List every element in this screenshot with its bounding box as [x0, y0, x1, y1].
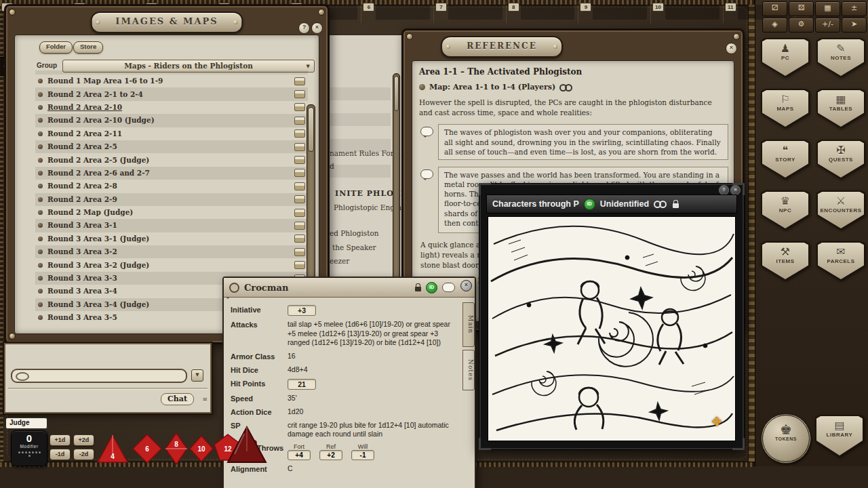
image-link[interactable]: Round 1 Map Area 1-6 to 1-9 — [47, 75, 294, 87]
toolbar-dice-pair-button[interactable]: ⚂ — [762, 1, 787, 16]
image-list-item[interactable]: Round 2 Area 2-10 (Judge) — [35, 114, 308, 127]
window-title-plaque[interactable]: IMAGES & MAPS — [91, 12, 243, 33]
image-link[interactable]: Round 2 Area 2-9 — [47, 193, 294, 206]
sidebar-button-maps[interactable]: ⚐ MAPS — [761, 89, 810, 128]
map-thumbnail-icon[interactable] — [294, 261, 305, 269]
map-thumbnail-icon[interactable] — [294, 209, 305, 217]
image-list-item[interactable]: Round 2 Area 2-6 and 2-7 — [35, 167, 308, 180]
image-list-item[interactable]: Round 2 Map (Judge) — [35, 206, 308, 219]
chat-share-icon[interactable] — [442, 283, 455, 292]
npc-name[interactable]: Crocman — [244, 283, 410, 293]
list-item-fragment[interactable]: d — [330, 162, 334, 170]
sidebar-button-tokens[interactable]: ♚ TOKENS — [761, 413, 811, 464]
toolbar-modifier-button[interactable]: +/- — [815, 18, 840, 33]
save-value[interactable]: +2 — [319, 450, 342, 460]
speech-bubble-icon[interactable] — [420, 127, 433, 136]
toolbar-d20-button[interactable]: ◈ — [762, 18, 787, 33]
list-item-fragment[interactable]: ed Phlogiston — [330, 229, 379, 237]
image-list-item[interactable]: Round 2 Area 2-11 — [35, 127, 308, 140]
die-modifier-button[interactable]: -2d — [73, 449, 94, 460]
list-item-fragment[interactable]: nament Rules Form — [330, 149, 401, 157]
chat-mode-dropdown[interactable]: ▼ — [191, 369, 203, 382]
scrollbar-thumb[interactable] — [308, 107, 314, 152]
map-thumbnail-icon[interactable] — [294, 103, 305, 111]
alignment-value[interactable]: C — [288, 464, 458, 474]
toolbar-pointer-button[interactable]: ➤ — [842, 18, 867, 33]
dark-d4-die[interactable] — [224, 422, 270, 466]
map-thumbnail-icon[interactable] — [294, 129, 305, 138]
image-link[interactable]: Round 2 Area 2-5 (Judge) — [47, 154, 294, 167]
tab-notes[interactable]: Notes — [462, 350, 475, 390]
hotkey-slot[interactable]: 9 — [578, 1, 651, 23]
map-thumbnail-icon[interactable] — [294, 235, 305, 243]
image-list-item[interactable]: Round 2 Area 2-1 to 2-4 — [35, 87, 308, 100]
save-value[interactable]: -1 — [351, 450, 374, 460]
map-thumbnail-icon[interactable] — [294, 117, 305, 125]
lock-icon[interactable] — [673, 203, 679, 208]
action-dice-value[interactable]: 1d20 — [288, 407, 458, 417]
image-link[interactable]: Round 2 Map (Judge) — [47, 206, 294, 219]
image-link[interactable]: Round 2 Area 2-6 and 2-7 — [47, 167, 294, 180]
sidebar-button-npc[interactable]: ♛ NPC — [761, 190, 810, 230]
image-link[interactable]: Round 2 Area 2-10 (Judge) — [47, 114, 294, 127]
tab-main[interactable]: Main — [462, 302, 475, 347]
image-link[interactable]: Round 3 Area 3-1 (Judge) — [47, 232, 294, 245]
die-modifier-button[interactable]: +1d — [50, 434, 71, 446]
map-thumbnail-icon[interactable] — [294, 248, 305, 256]
phlogiston-illustration[interactable]: ❖ — [488, 216, 736, 441]
close-button[interactable]: × — [311, 22, 323, 34]
sidebar-button-encounters[interactable]: ⚔ ENCOUNTERS — [816, 190, 865, 230]
image-list-item[interactable]: Round 3 Area 3-2 (Judge) — [35, 258, 308, 271]
hit-points-value[interactable]: 21 — [288, 379, 316, 390]
identified-badge[interactable]: ID — [584, 199, 595, 210]
map-link[interactable]: Map: Area 1-1 to 1-4 (Players) — [429, 83, 555, 92]
save-value[interactable]: +4 — [288, 450, 311, 460]
speed-value[interactable]: 35' — [288, 394, 458, 403]
modifier-box[interactable]: 0 Modifier — [11, 430, 47, 466]
image-list-item[interactable]: Round 2 Area 2-10 — [35, 101, 308, 114]
map-thumbnail-icon[interactable] — [294, 182, 305, 190]
image-link[interactable]: Round 2 Area 2-8 — [47, 180, 294, 192]
chat-input[interactable] — [11, 369, 187, 383]
preview-eye-icon[interactable] — [559, 84, 574, 91]
image-list-item[interactable]: Round 3 Area 3-2 — [35, 245, 308, 258]
close-button[interactable]: × — [730, 185, 741, 195]
sidebar-button-story[interactable]: ❝ STORY — [761, 140, 810, 179]
die-modifier-button[interactable]: -1d — [50, 449, 71, 460]
map-thumbnail-icon[interactable] — [294, 195, 305, 203]
close-button[interactable]: × — [460, 280, 472, 291]
toolbar-gear-button[interactable]: ⚙ — [789, 18, 814, 33]
preview-eye-icon[interactable] — [654, 201, 668, 207]
image-link[interactable]: Round 3 Area 3-2 (Judge) — [47, 259, 294, 272]
sidebar-button-library[interactable]: ▤ LIBRARY — [815, 415, 864, 457]
toolbar-plus-minus-button[interactable]: ± — [842, 1, 867, 16]
token-bag-icon[interactable]: ❖ — [711, 415, 723, 428]
resize-grip-icon[interactable]: ≡ — [202, 396, 208, 403]
initiative-value[interactable]: +3 — [288, 305, 316, 316]
hotkey-slot[interactable]: 10 — [651, 1, 724, 23]
close-button[interactable]: × — [726, 43, 737, 54]
armor-class-value[interactable]: 16 — [288, 352, 458, 361]
toolbar-die-button[interactable]: ⚄ — [789, 1, 814, 16]
store-button[interactable]: Store — [73, 41, 103, 54]
help-button[interactable]: ? — [298, 22, 310, 34]
image-link[interactable]: Round 2 Area 2-11 — [47, 127, 294, 140]
sidebar-button-pc[interactable]: ♟ PC — [761, 38, 810, 77]
image-link[interactable]: Round 3 Area 3-1 — [47, 219, 294, 232]
window-titlebar[interactable]: Characters through P ID Unidentified — [486, 195, 737, 214]
image-list-item[interactable]: Round 2 Area 2-8 — [35, 180, 308, 192]
help-button[interactable]: ? — [719, 185, 729, 195]
map-thumbnail-icon[interactable] — [294, 169, 305, 177]
image-list-item[interactable]: Round 2 Area 2-5 — [35, 140, 308, 153]
image-list-item[interactable]: Round 3 Area 3-1 — [35, 219, 308, 232]
list-item-fragment[interactable]: eezer — [330, 257, 349, 265]
map-thumbnail-icon[interactable] — [294, 143, 305, 151]
folder-button[interactable]: Folder — [39, 41, 73, 54]
sidebar-button-notes[interactable]: ✎ NOTES — [816, 38, 865, 77]
sidebar-button-parcels[interactable]: ✉ PARCELS — [816, 241, 865, 281]
image-link[interactable]: Round 3 Area 3-2 — [47, 245, 294, 258]
chat-label[interactable]: Chat — [161, 393, 194, 405]
map-thumbnail-icon[interactable] — [294, 156, 305, 164]
hotkey-slot[interactable]: 8 — [507, 1, 579, 23]
attacks-value[interactable]: tail slap +5 melee (1d6+6 [10]/19-20) or… — [288, 320, 458, 348]
